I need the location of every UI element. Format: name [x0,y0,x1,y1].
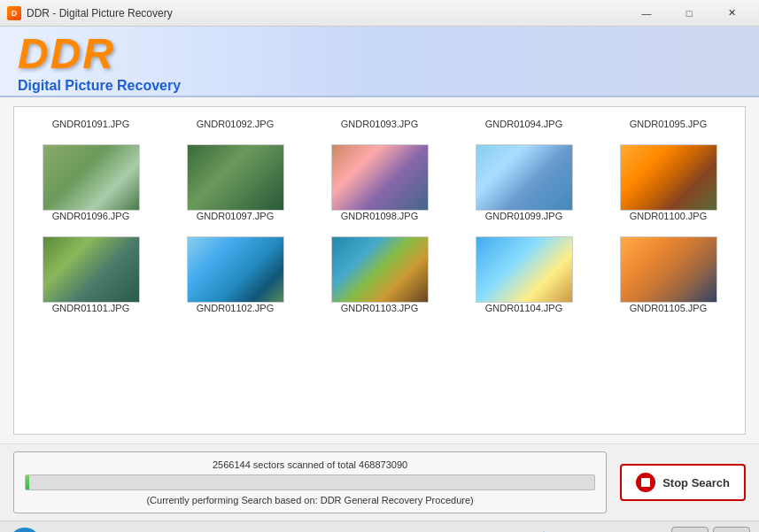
image-filename: GNDR01099.JPG [485,211,562,221]
app-icon: D [7,6,21,20]
list-item[interactable]: GNDR01105.JPG [596,229,740,321]
window-title: DDR - Digital Picture Recovery [27,7,173,19]
list-item[interactable]: GNDR01098.JPG [307,137,452,229]
simrecovery-logo: SimRecovery.com [530,529,654,533]
close-button[interactable]: ✕ [711,0,752,27]
list-item[interactable]: GNDR01095.JPG [596,112,740,137]
image-filename: GNDR01093.JPG [341,119,418,129]
forward-button[interactable]: ▶ [713,527,750,533]
image-thumbnail [187,144,284,211]
back-button[interactable]: ◀ [671,527,709,533]
image-filename: GNDR01097.JPG [197,211,274,221]
list-item[interactable]: GNDR01104.JPG [452,229,596,321]
list-item[interactable]: GNDR01093.JPG [307,112,452,137]
list-item[interactable]: GNDR01091.JPG [19,112,163,137]
info-icon: i [9,528,41,533]
image-thumbnail [331,144,429,211]
list-item[interactable]: GNDR01094.JPG [452,112,596,137]
image-filename: GNDR01102.JPG [197,303,274,313]
main-content: GNDR01091.JPG GNDR01092.JPG GNDR01093.JP… [0,97,759,443]
image-thumbnail [620,144,717,211]
window-controls: — □ ✕ [626,0,752,27]
navigation-buttons: ◀ ▶ [671,527,750,533]
image-filename: GNDR01103.JPG [341,303,418,313]
progress-status: (Currently performing Search based on: D… [25,495,595,505]
image-filename: GNDR01096.JPG [52,211,129,221]
app-logo: DDR [18,29,163,78]
progress-area: 2566144 sectors scanned of total 4688730… [0,443,759,520]
image-filename: GNDR01104.JPG [485,303,562,313]
list-item[interactable]: GNDR01100.JPG [596,137,740,229]
image-thumbnail [43,236,140,303]
list-item[interactable]: GNDR01097.JPG [163,137,307,229]
list-item[interactable]: GNDR01092.JPG [163,112,307,137]
list-item[interactable]: GNDR01103.JPG [307,229,452,321]
header: DDR Digital Picture Recovery [0,27,759,97]
image-thumbnail [476,144,573,211]
minimize-button[interactable]: — [626,0,667,27]
image-filename: GNDR01091.JPG [52,119,129,129]
image-thumbnail [620,236,717,303]
bottom-bar: i To Stop recovery, click on 'Stop Searc… [0,520,759,532]
list-item[interactable]: GNDR01101.JPG [19,229,163,321]
progress-text: 2566144 sectors scanned of total 4688730… [25,459,595,470]
image-filename: GNDR01101.JPG [52,303,129,313]
progress-bar-fill [26,475,29,490]
image-filename: GNDR01100.JPG [630,211,707,221]
image-filename: GNDR01092.JPG [197,119,274,129]
image-thumbnail [476,236,573,303]
stop-search-button[interactable]: Stop Search [620,464,746,501]
maximize-button[interactable]: □ [669,0,709,27]
image-filename: GNDR01094.JPG [485,119,562,129]
title-bar: D DDR - Digital Picture Recovery — □ ✕ [0,0,759,27]
app-subtitle: Digital Picture Recovery [18,78,181,94]
title-bar-left: D DDR - Digital Picture Recovery [7,6,173,20]
list-item[interactable]: GNDR01096.JPG [19,137,163,229]
stop-icon [636,473,655,492]
progress-box: 2566144 sectors scanned of total 4688730… [13,451,607,513]
image-grid: GNDR01091.JPG GNDR01092.JPG GNDR01093.JP… [14,107,745,326]
image-thumbnail [187,236,284,303]
image-grid-container[interactable]: GNDR01091.JPG GNDR01092.JPG GNDR01093.JP… [13,106,746,435]
image-thumbnail [331,236,429,303]
stop-button-label: Stop Search [662,476,730,490]
image-filename: GNDR01105.JPG [630,303,707,313]
progress-bar-background [25,474,595,490]
image-filename: GNDR01095.JPG [630,119,707,129]
list-item[interactable]: GNDR01102.JPG [163,229,307,321]
list-item[interactable]: GNDR01099.JPG [452,137,596,229]
stop-icon-inner [641,478,650,487]
image-thumbnail [43,144,140,211]
image-filename: GNDR01098.JPG [341,211,418,221]
